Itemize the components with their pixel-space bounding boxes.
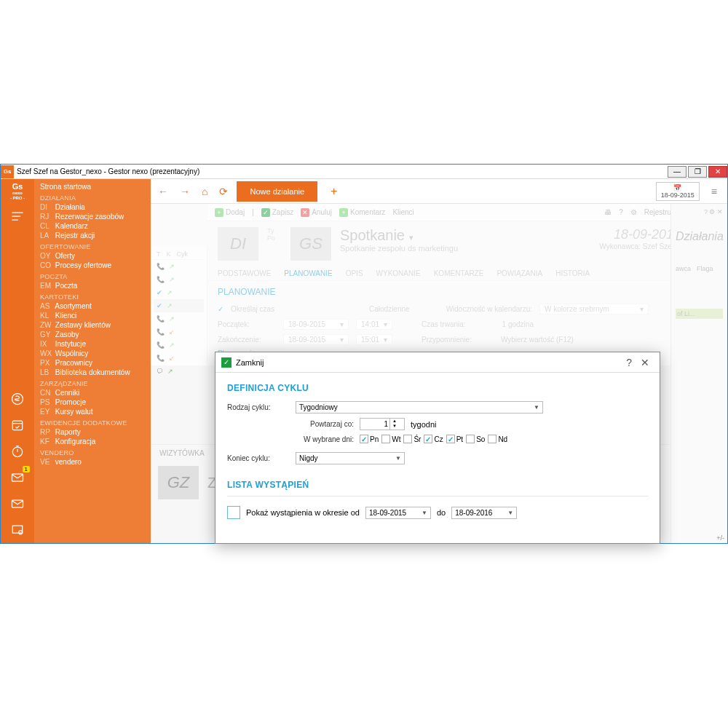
pokaz-checkbox[interactable] bbox=[227, 506, 240, 519]
nav-item[interactable]: RJ Rezerwacje zasobów bbox=[34, 212, 151, 221]
powtarzaj-unit: tygodni bbox=[411, 420, 436, 429]
day-Pt[interactable]: Pt bbox=[446, 435, 463, 443]
app-window: Gs Szef Szef na Gestor_nexo - Gestor nex… bbox=[0, 164, 728, 544]
tab-add-icon[interactable]: + bbox=[323, 185, 344, 198]
nav-item[interactable]: GY Zasoby bbox=[34, 330, 151, 339]
mail-badge-icon[interactable]: 1 bbox=[1, 464, 34, 491]
nav-item[interactable]: PX Pracownicy bbox=[34, 358, 151, 368]
left-list: TKCyk 📞↗ 📞↗ ✔↗ ✔↗ 📞↗ 📞↙ 📞↗ 📞↙ 🗩↗ bbox=[151, 246, 207, 365]
print-icon[interactable]: 🖶 bbox=[604, 208, 612, 216]
modal-close-label[interactable]: Zamknij bbox=[236, 358, 264, 367]
day-Cz[interactable]: Cz bbox=[424, 435, 443, 443]
spin-up-icon[interactable]: ▲ bbox=[390, 419, 399, 424]
day-Wt[interactable]: Wt bbox=[381, 435, 400, 443]
doctab-podstawowe[interactable]: PODSTAWOWE bbox=[218, 266, 271, 280]
section-lista: LISTA WYSTĄPIEŃ bbox=[227, 480, 648, 490]
tb-anuluj[interactable]: ✕Anuluj bbox=[301, 208, 332, 217]
doc-toolbar: +Dodaj | ✓Zapisz ✕Anuluj +Komentarz Klie… bbox=[207, 204, 727, 221]
maximize-button[interactable]: ❐ bbox=[688, 166, 707, 178]
forward-icon[interactable]: → bbox=[177, 186, 193, 197]
currency-icon[interactable] bbox=[1, 386, 34, 412]
nav-item[interactable]: RP Raporty bbox=[34, 427, 151, 437]
nav-start[interactable]: Strona startowa bbox=[34, 182, 151, 191]
tb-klienci[interactable]: Klienci bbox=[392, 208, 414, 216]
close-button[interactable]: ✕ bbox=[708, 166, 727, 178]
spin-down-icon[interactable]: ▼ bbox=[390, 424, 399, 429]
svg-point-2 bbox=[12, 447, 22, 456]
home-icon[interactable]: ⌂ bbox=[199, 186, 210, 197]
menu-icon[interactable]: ≡ bbox=[705, 186, 723, 197]
doctab-opis[interactable]: OPIS bbox=[346, 266, 363, 280]
date-to-select[interactable]: 18-09-2016▼ bbox=[451, 507, 517, 519]
stopwatch-icon[interactable] bbox=[1, 438, 34, 464]
nav-item[interactable]: LA Rejestr akcji bbox=[34, 231, 151, 240]
refresh-icon[interactable]: ⟳ bbox=[216, 186, 231, 197]
nav-section: KARTOTEKI bbox=[34, 290, 151, 301]
doc-title: Spotkanie ▾ bbox=[340, 227, 458, 244]
hamburger-icon[interactable] bbox=[1, 203, 34, 229]
doctab-planowanie[interactable]: PLANOWANIE bbox=[284, 266, 332, 280]
rodzaj-select[interactable]: Tygodniowy▼ bbox=[296, 401, 543, 414]
nav-item[interactable]: DI Działania bbox=[34, 202, 151, 212]
date-from-select[interactable]: 18-09-2015▼ bbox=[365, 507, 431, 519]
day-Pn[interactable]: Pn bbox=[360, 435, 379, 443]
day-So[interactable]: So bbox=[466, 435, 485, 443]
window-controls: — ❐ ✕ bbox=[666, 166, 727, 178]
nav-item[interactable]: EM Poczta bbox=[34, 281, 151, 290]
right-column: ? ⚙ ✕ Działania awcaFlaga of Li... bbox=[670, 204, 727, 543]
nav-item[interactable]: ZW Zestawy klientów bbox=[34, 320, 151, 330]
day-Nd[interactable]: Nd bbox=[488, 435, 507, 443]
doctab-wykonanie[interactable]: WYKONANIE bbox=[376, 266, 421, 280]
mail-icon[interactable] bbox=[1, 491, 34, 517]
nav-item[interactable]: KL Klienci bbox=[34, 311, 151, 320]
doc-code-di: DI bbox=[218, 227, 258, 261]
modal-close-icon[interactable]: ✕ bbox=[636, 357, 654, 368]
gear-icon[interactable]: ⚙ bbox=[630, 208, 637, 216]
doc-header: DI TyPo GS Spotkanie ▾ Spotkanie zespołu… bbox=[207, 221, 727, 266]
nav-item[interactable]: VE vendero bbox=[34, 457, 151, 467]
svg-rect-1 bbox=[12, 421, 22, 430]
nav-item[interactable]: WX Wspólnicy bbox=[34, 349, 151, 358]
calendar-check-icon[interactable] bbox=[1, 412, 34, 438]
wybrane-label: W wybrane dni: bbox=[296, 435, 354, 443]
tb-zapisz[interactable]: ✓Zapisz bbox=[261, 208, 293, 217]
nav-item[interactable]: CN Cenniki bbox=[34, 388, 151, 397]
nav-item[interactable]: PS Promocje bbox=[34, 397, 151, 407]
doctab-historia[interactable]: HISTORIA bbox=[555, 266, 590, 280]
nav-item[interactable]: CO Procesy ofertowe bbox=[34, 261, 151, 270]
doc-code-gz: GZ bbox=[158, 466, 199, 499]
check-icon: ✓ bbox=[221, 357, 232, 368]
svg-rect-4 bbox=[12, 500, 23, 507]
mail-badge: 1 bbox=[23, 466, 30, 472]
footer-note: +/- bbox=[716, 534, 724, 542]
date-widget[interactable]: 📅18-09-2015 bbox=[656, 182, 700, 201]
tb-dodaj[interactable]: +Dodaj bbox=[215, 208, 245, 217]
tb-komentarz[interactable]: +Komentarz bbox=[339, 208, 385, 217]
nav-item[interactable]: KF Konfiguracja bbox=[34, 437, 151, 446]
tab-active[interactable]: Nowe działanie bbox=[237, 181, 317, 202]
nav-item[interactable]: AS Asortyment bbox=[34, 301, 151, 311]
nav-sidebar: Strona startowa DZIAŁANIADI DziałaniaRJ … bbox=[34, 179, 151, 543]
minimize-button[interactable]: — bbox=[668, 166, 687, 178]
nav-item[interactable]: LB Biblioteka dokumentów bbox=[34, 368, 151, 377]
modal-help-icon[interactable]: ? bbox=[622, 357, 636, 368]
doctab-komentarze[interactable]: KOMENTARZE bbox=[434, 266, 484, 280]
powtarzaj-label: Powtarzaj co: bbox=[296, 420, 354, 428]
back-icon[interactable]: ← bbox=[155, 186, 171, 197]
doctab-powiazania[interactable]: POWIĄZANIA bbox=[496, 266, 542, 280]
svg-point-6 bbox=[19, 531, 23, 534]
doc-code-gs: GS bbox=[290, 227, 331, 261]
powtarzaj-spinner[interactable]: ▲▼ bbox=[360, 418, 405, 430]
nav-item[interactable]: EY Kursy walut bbox=[34, 407, 151, 416]
help-icon[interactable]: ? bbox=[619, 208, 623, 216]
certificate-icon[interactable] bbox=[1, 517, 34, 543]
powtarzaj-input[interactable] bbox=[360, 419, 389, 430]
nav-item[interactable]: CL Kalendarz bbox=[34, 221, 151, 231]
nav-item[interactable]: IX Instytucje bbox=[34, 339, 151, 349]
koniec-label: Koniec cyklu: bbox=[227, 454, 290, 462]
nav-section: DZIAŁANIA bbox=[34, 191, 151, 202]
nav-item[interactable]: OY Oferty bbox=[34, 251, 151, 261]
nav-section: POCZTA bbox=[34, 270, 151, 281]
day-Śr[interactable]: Śr bbox=[403, 435, 421, 443]
koniec-select[interactable]: Nigdy▼ bbox=[296, 452, 405, 464]
